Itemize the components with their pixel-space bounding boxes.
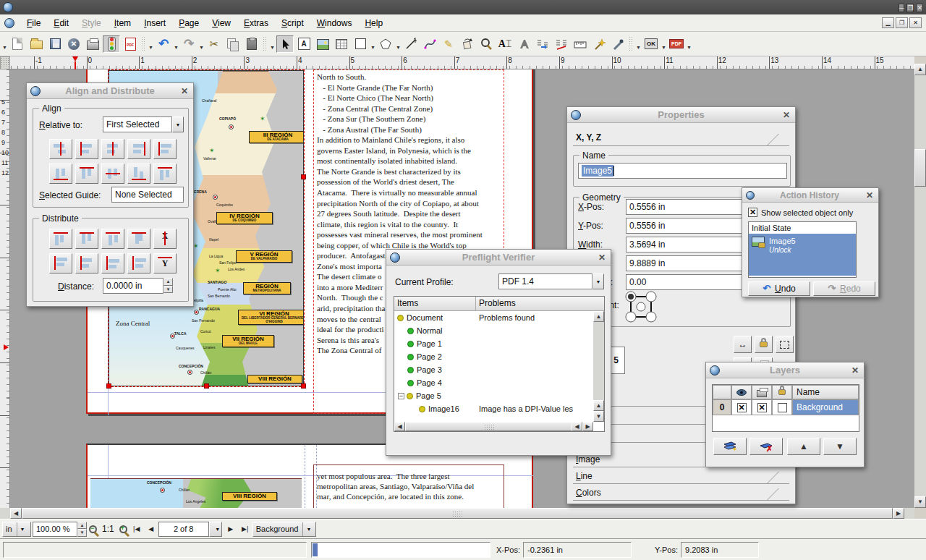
vertical-scroll-thumb[interactable] [914, 149, 926, 187]
page-number-field[interactable]: 2 of 8 [158, 522, 209, 537]
menu-item[interactable]: View [205, 16, 237, 30]
distribute-equal-horizontal-gaps-button[interactable] [127, 229, 150, 249]
toolbar-overflow-arrow[interactable]: ▼ [635, 36, 642, 52]
page-select-arrow[interactable]: ▼ [209, 522, 222, 537]
align-right-to-left-button[interactable] [75, 139, 98, 159]
close-icon[interactable]: ✕ [865, 190, 875, 200]
copy-button[interactable] [224, 35, 242, 53]
insert-text-frame-button[interactable]: A [295, 35, 313, 53]
cut-button[interactable]: ✂ [205, 35, 223, 53]
layers-dialog[interactable]: Layers ✕ Name 0 ✕ ✕ Background ✦ [705, 362, 865, 467]
undo-button[interactable]: ↶ [155, 35, 172, 53]
selection-handle[interactable] [301, 174, 306, 179]
layer-lock-checkbox[interactable] [772, 399, 792, 415]
select-item-button[interactable] [276, 35, 294, 53]
preflight-tree-row[interactable]: Normal [394, 324, 593, 337]
mdi-minimize-button[interactable]: ▁ [882, 17, 894, 28]
scroll-left-button[interactable]: ◀ [10, 508, 22, 519]
align-bottom-to-top-button[interactable] [127, 164, 150, 184]
tab-colors[interactable]: Colors [573, 485, 789, 501]
vertical-ruler[interactable]: 56789101112 [0, 69, 10, 508]
unit-select[interactable]: in▼ [2, 522, 31, 537]
pdf-button-dropdown-arrow[interactable]: ▼ [660, 36, 667, 52]
align-top-edges-button[interactable] [153, 164, 177, 184]
link-text-frames-button[interactable] [534, 35, 551, 53]
tab-xyz[interactable]: X, Y, Z [573, 130, 789, 146]
items-column-header[interactable]: Items [394, 297, 476, 310]
scroll-down-button[interactable]: ▼ [914, 496, 926, 508]
window-control-button[interactable]: ✕ [916, 4, 923, 12]
distribute-right-edges-button[interactable] [101, 229, 124, 249]
copy-item-properties-button[interactable] [590, 35, 608, 53]
preflight-tree-row[interactable]: Image16 Image has a DPI-Value les [394, 402, 593, 415]
menu-item[interactable]: Page [172, 16, 205, 30]
insert-freehand-button[interactable]: ✎ [440, 35, 457, 53]
close-icon[interactable]: ✕ [781, 110, 791, 120]
redo-button[interactable]: ↷ [180, 35, 197, 53]
insert-image-frame-button[interactable] [314, 35, 331, 53]
scroll-right-button[interactable]: ▶ [893, 508, 904, 519]
selection-handle[interactable] [301, 383, 306, 389]
zoom-button[interactable] [477, 35, 495, 53]
history-row-initial[interactable]: Initial State [749, 222, 856, 234]
show-selected-checkbox[interactable]: ✕ Show selected object only [748, 208, 853, 217]
layer-row-background[interactable]: 0 ✕ ✕ Background [713, 399, 859, 415]
list-hscroll-thumb[interactable] [405, 422, 573, 431]
close-icon[interactable]: ✕ [597, 253, 607, 263]
window-control-button[interactable]: ❐ [906, 4, 914, 12]
undo-dropdown-arrow[interactable]: ▼ [173, 36, 179, 52]
selection-handle[interactable] [106, 383, 111, 389]
redo-button[interactable]: ↷ Redo [813, 281, 875, 296]
lock-object-button[interactable] [755, 336, 773, 353]
chevron-down-icon[interactable]: ▼ [172, 116, 184, 132]
checkbox-icon[interactable]: ✕ [748, 208, 757, 217]
history-list[interactable]: Initial State Image5 Unlock [748, 221, 857, 278]
scroll-right-button[interactable]: ▶ [582, 422, 593, 431]
mdi-close-button[interactable]: ✕ [909, 17, 922, 28]
align-left-to-right-button[interactable] [127, 139, 150, 159]
dialog-title-bar[interactable]: Properties ✕ [567, 107, 795, 123]
layer-visible-checkbox[interactable]: ✕ [731, 399, 752, 415]
dialog-title-bar[interactable]: Layers ✕ [706, 362, 864, 378]
action-history-dialog[interactable]: Action History ✕ ✕ Show selected object … [742, 187, 879, 297]
scroll-up-button[interactable]: ▲ [593, 400, 604, 411]
layer-print-checkbox[interactable]: ✕ [752, 399, 772, 415]
distribute-centers-vertically-button[interactable] [75, 253, 98, 273]
menu-item[interactable]: Item [108, 16, 137, 30]
pdf-fields-tool[interactable]: PDF [668, 35, 685, 53]
preflight-tree-row[interactable]: Page 4 [394, 376, 593, 389]
scroll-up-button[interactable]: ▲ [914, 64, 926, 75]
distribute-equal-vertical-gaps-button[interactable] [127, 253, 150, 273]
horizontal-scrollbar[interactable]: ◀ ▶ [0, 508, 914, 519]
zoom-level-field[interactable]: 100.00 % [33, 522, 77, 537]
redo-dropdown-arrow[interactable]: ▼ [198, 36, 205, 52]
toolbar-overflow-arrow[interactable]: ▼ [1, 36, 8, 52]
edit-text-story-button[interactable] [515, 35, 532, 53]
mdi-restore-button[interactable]: ❐ [896, 17, 908, 28]
toolbar-overflow-arrow[interactable]: ▼ [148, 36, 154, 52]
flip-horizontal-button[interactable]: ↔ [734, 336, 752, 353]
toolbar-overflow-arrow[interactable]: ▼ [269, 36, 276, 52]
close-icon[interactable]: ✕ [179, 86, 190, 96]
preflight-verifier-button[interactable] [103, 35, 120, 53]
layer-name-cell[interactable]: Background [792, 399, 859, 415]
distribute-top-edges-button[interactable] [49, 253, 72, 273]
chevron-down-icon[interactable]: ▼ [592, 273, 604, 289]
scroll-down-button[interactable]: ▼ [593, 411, 604, 422]
layers-table[interactable]: Name 0 ✕ ✕ Background [712, 384, 859, 432]
lower-layer-button[interactable]: ▼ [823, 438, 857, 455]
problems-column-header[interactable]: Problems [476, 297, 604, 310]
delete-layer-button[interactable]: ✗ [749, 438, 783, 455]
next-page-button[interactable]: ▶ [224, 522, 238, 537]
print-button[interactable] [84, 35, 101, 53]
zoom-in-icon[interactable]: + [119, 525, 127, 533]
horizontal-ruler[interactable]: -10123456789101112131415 [10, 56, 914, 69]
preflight-verifier-dialog[interactable]: Preflight Verifier ✕ Current Profile: PD… [386, 249, 611, 456]
rotate-item-button[interactable] [459, 35, 476, 53]
insert-line-button[interactable] [402, 35, 420, 53]
menu-item[interactable]: Help [358, 16, 389, 30]
lock-size-button[interactable] [776, 336, 794, 353]
tree-expander-icon[interactable]: − [398, 393, 404, 399]
previous-page-button[interactable]: ◀ [144, 522, 158, 537]
distribute-centers-horizontally-button[interactable] [75, 229, 98, 249]
